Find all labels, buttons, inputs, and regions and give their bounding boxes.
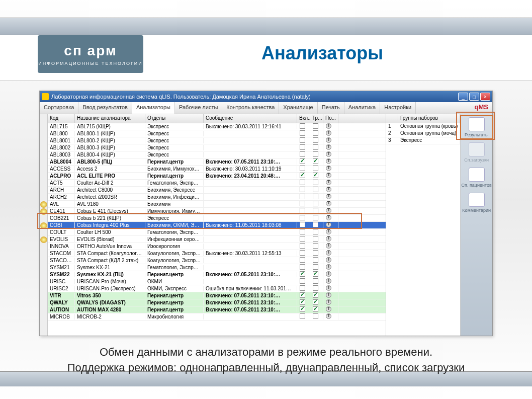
table-row[interactable]: ARCH2Architect i2000SRБиохимия, Инфекцио… [48,194,386,201]
table-row[interactable]: SYSM22Sysmex KX-21 (ПЦ)Перинат.центрВклю… [48,271,386,278]
col-header-grp-name[interactable]: Группы наборов [398,114,460,123]
table-row[interactable]: ABL8002ABL800-3 (КЩР)Экспресс [48,144,386,151]
cell-on[interactable] [297,180,310,186]
cell-po[interactable] [323,285,338,292]
cell-po[interactable] [323,151,338,158]
toolbar-tab-7[interactable]: Аналитика [344,102,380,114]
cell-tr[interactable] [310,271,323,278]
table-row[interactable]: AUTIONAUTION MAX 4280Перинат.центрВключе… [48,306,386,313]
gutter-marker[interactable] [40,201,47,208]
cell-tr[interactable] [310,180,323,186]
cell-on[interactable] [297,194,310,200]
cell-on[interactable] [297,257,310,264]
cell-po[interactable] [323,173,338,179]
cell-on[interactable] [297,313,310,320]
cell-on[interactable] [297,208,310,214]
cell-on[interactable] [297,123,310,130]
gutter-marker[interactable] [40,208,47,215]
gutter-marker[interactable] [40,236,47,243]
cell-po[interactable] [323,130,338,137]
cell-po[interactable] [323,292,338,299]
cell-on[interactable] [297,236,310,243]
cell-tr[interactable] [310,208,323,214]
table-row[interactable]: STACOMSTA Compact (Коагулология)Коагулол… [48,250,386,257]
cell-on[interactable] [297,137,310,144]
cell-po[interactable] [323,180,338,186]
cell-on[interactable] [297,285,310,292]
table-row[interactable]: ACLPROACL ELITE PROПеринат.центрВключено… [48,173,386,180]
col-header-grp-blank[interactable] [386,114,398,123]
cell-tr[interactable] [310,278,323,285]
table-row[interactable]: ACCESSAccess 2Биохимия, Иммунохи…Выключе… [48,166,386,173]
cell-tr[interactable] [310,187,323,193]
group-row[interactable]: 3Экспресс [386,137,460,144]
toolbar-tab-4[interactable]: Контроль качества [222,102,279,114]
col-header-tr[interactable]: Тр... [310,114,323,123]
cell-tr[interactable] [310,123,323,130]
cell-tr[interactable] [310,313,323,320]
cell-po[interactable] [323,243,338,250]
side-button[interactable]: Комментарии [461,192,492,214]
cell-tr[interactable] [310,285,323,292]
cell-on[interactable] [297,250,310,257]
toolbar-tab-3[interactable]: Рабочие листы [175,102,222,114]
cell-on[interactable] [297,222,310,228]
gutter-marker[interactable] [40,222,47,229]
col-header-po[interactable]: По... [323,114,338,123]
table-row[interactable]: SYSM21Sysmex KX-21Гематология, Экспр… [48,264,386,271]
cell-po[interactable] [323,144,338,151]
cell-on[interactable] [297,299,310,306]
cell-on[interactable] [297,243,310,250]
toolbar-tab-8[interactable]: Настройки [380,102,416,114]
cell-tr[interactable] [310,229,323,235]
col-header-msg[interactable]: Сообщение [204,114,297,123]
cell-tr[interactable] [310,166,323,172]
table-row[interactable]: COULTCoulter LH 500Гематология, Экспр… [48,229,386,236]
table-row[interactable]: ACT5Coulter Ac-Diff 2Гематология, Экспр… [48,180,386,187]
cell-po[interactable] [323,299,338,306]
cell-po[interactable] [323,278,338,285]
table-row[interactable]: ABL800ABL800-1 (КЩР)Экспресс [48,130,386,137]
table-row[interactable]: AVLAVL 9180Биохимия [48,201,386,208]
cell-tr[interactable] [310,236,323,243]
window-maximize-button[interactable]: □ [469,93,479,101]
cell-tr[interactable] [310,194,323,200]
col-header-dept[interactable]: Отделы [145,114,204,123]
cell-on[interactable] [297,130,310,137]
cell-po[interactable] [323,158,338,165]
cell-po[interactable] [323,264,338,271]
table-row[interactable]: ABL8003ABL800-4 (КЩР)Экспресс [48,151,386,158]
cell-po[interactable] [323,250,338,257]
toolbar-tab-1[interactable]: Ввод результатов [78,102,132,114]
table-row[interactable]: URISCURISCAN-Pro (Моча)ОКМИ [48,278,386,285]
cell-tr[interactable] [310,158,323,165]
cell-po[interactable] [323,306,338,313]
table-row[interactable]: COBICobas Integra 400 PlusБиохимия, ОКМИ… [48,222,386,229]
cell-po[interactable] [323,137,338,144]
side-button[interactable]: Сп.загрузки [461,141,492,164]
cell-po[interactable] [323,215,338,221]
col-header-name[interactable]: Название анализатора [75,114,145,123]
cell-po[interactable] [323,166,338,172]
cell-tr[interactable] [310,257,323,264]
group-row[interactable]: 1Основная группа (кровь) [386,123,460,130]
cell-on[interactable] [297,264,310,271]
cell-po[interactable] [323,123,338,130]
toolbar-tab-6[interactable]: Печать [318,102,344,114]
cell-on[interactable] [297,292,310,299]
cell-po[interactable] [323,257,338,264]
cell-on[interactable] [297,173,310,179]
cell-tr[interactable] [310,173,323,179]
table-body[interactable]: ABL715ABL715 (КЩР)ЭкспрессВыключено: 30.… [48,123,386,336]
window-titlebar[interactable]: Лабораторная информационная система qLIS… [40,91,492,102]
cell-tr[interactable] [310,264,323,271]
cell-on[interactable] [297,229,310,235]
toolbar-tab-0[interactable]: Сортировка [40,102,78,114]
side-button[interactable]: Сп. пациентов [461,167,492,189]
col-header-on[interactable]: Вкл... [297,114,310,123]
side-button[interactable]: Результаты [461,116,492,138]
cell-tr[interactable] [310,243,323,250]
cell-tr[interactable] [310,137,323,144]
table-row[interactable]: URISC2URISCAN-Pro (Экспресс)ОКМИ, Экспре… [48,285,386,292]
table-row[interactable]: ABL8004ABL800-5 (ПЦ)Перинат.центрВключен… [48,158,386,166]
